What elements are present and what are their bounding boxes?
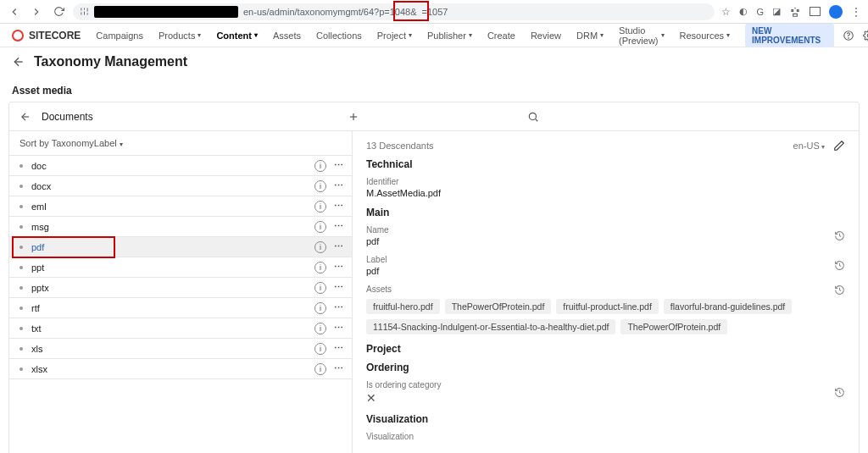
- chevron-down-icon: ▾: [600, 31, 604, 39]
- row-label: xls: [31, 344, 314, 354]
- taxonomy-row-rtf[interactable]: rtfi⋯: [9, 298, 352, 318]
- browser-forward[interactable]: [29, 4, 44, 19]
- asset-chip[interactable]: flavorful-brand-guidelines.pdf: [664, 299, 792, 314]
- extensions-icon[interactable]: [789, 6, 801, 18]
- ext-icon-2[interactable]: G: [756, 7, 764, 17]
- taxonomy-row-doc[interactable]: doci⋯: [9, 156, 352, 176]
- asset-chip[interactable]: fruitful-hero.pdf: [366, 299, 440, 314]
- browser-menu-icon[interactable]: ⋮: [851, 6, 861, 18]
- url-bar[interactable]: en-us/admin/taxonomymgmt/64?p=1048& =105…: [73, 3, 715, 20]
- info-icon[interactable]: i: [314, 262, 326, 273]
- ext-icon-1[interactable]: ◐: [739, 6, 748, 17]
- info-icon[interactable]: i: [314, 282, 326, 294]
- taxonomy-panel: Documents Sort by TaxonomyLabel ▾ doci⋯d…: [8, 102, 860, 453]
- more-icon[interactable]: ⋯: [331, 363, 347, 374]
- more-icon[interactable]: ⋯: [331, 160, 347, 171]
- panel-search-icon[interactable]: [523, 107, 543, 127]
- browser-actions: ☆ ◐ G ◪ ⋮: [721, 5, 861, 19]
- taxonomy-row-pptx[interactable]: pptxi⋯: [9, 278, 352, 298]
- info-icon[interactable]: i: [314, 363, 326, 375]
- chevron-down-icon: ▾: [469, 31, 472, 39]
- asset-chip[interactable]: ThePowerOfProtein.pdf: [445, 299, 552, 314]
- more-icon[interactable]: ⋯: [331, 221, 347, 232]
- nav-collections[interactable]: Collections: [316, 25, 362, 46]
- nav-review[interactable]: Review: [531, 25, 561, 46]
- nav-campaigns[interactable]: Campaigns: [96, 25, 143, 46]
- section-visualization: Visualization: [366, 413, 845, 425]
- more-icon[interactable]: ⋯: [331, 282, 347, 293]
- bullet-icon: [19, 164, 23, 168]
- bullet-icon: [19, 307, 23, 310]
- more-icon[interactable]: ⋯: [331, 201, 347, 212]
- info-icon[interactable]: i: [314, 302, 326, 314]
- history-icon[interactable]: [834, 260, 845, 271]
- profile-avatar-icon[interactable]: [829, 5, 843, 19]
- taxonomy-row-ppt[interactable]: ppti⋯: [9, 257, 352, 278]
- info-icon[interactable]: i: [314, 241, 326, 253]
- more-icon[interactable]: ⋯: [331, 323, 347, 334]
- taxonomy-row-xlsx[interactable]: xlsxi⋯: [9, 359, 352, 379]
- nav-create[interactable]: Create: [487, 25, 515, 46]
- info-icon[interactable]: i: [314, 180, 326, 192]
- topnav-menu: CampaignsProducts▾Content▾AssetsCollecti…: [96, 25, 730, 46]
- more-icon[interactable]: ⋯: [331, 302, 347, 313]
- brand-label: SITECORE: [29, 30, 81, 41]
- nav-resources[interactable]: Resources▾: [680, 25, 731, 46]
- taxonomy-row-pdf[interactable]: pdfi⋯: [9, 237, 352, 257]
- detail-column: 13 Descendants en-US ▾ Technical Identif…: [353, 131, 859, 453]
- nav-studiopreview[interactable]: Studio (Preview)▾: [619, 25, 664, 46]
- settings-icon[interactable]: [863, 29, 868, 42]
- new-improvements-badge[interactable]: NEW IMPROVEMENTS: [745, 24, 834, 47]
- more-icon[interactable]: ⋯: [331, 241, 347, 252]
- brand[interactable]: SITECORE: [12, 30, 81, 41]
- browser-reload[interactable]: [51, 4, 66, 19]
- nav-products[interactable]: Products▾: [159, 25, 201, 46]
- asset-chip[interactable]: ThePowerOfProtein.pdf: [620, 319, 727, 334]
- edit-icon[interactable]: [833, 140, 845, 152]
- taxonomy-row-eml[interactable]: emli⋯: [9, 196, 352, 217]
- info-icon[interactable]: i: [314, 323, 326, 334]
- taxonomy-row-xls[interactable]: xlsi⋯: [9, 339, 352, 359]
- section-label: Asset media: [0, 76, 868, 102]
- star-icon[interactable]: ☆: [721, 6, 731, 18]
- section-project: Project: [366, 343, 845, 355]
- info-icon[interactable]: i: [314, 343, 326, 355]
- more-icon[interactable]: ⋯: [331, 180, 347, 191]
- nav-project[interactable]: Project▾: [377, 25, 412, 46]
- more-icon[interactable]: ⋯: [331, 262, 347, 273]
- history-icon[interactable]: [834, 285, 845, 296]
- name-label: Name: [366, 225, 834, 235]
- taxonomy-row-msg[interactable]: msgi⋯: [9, 217, 352, 237]
- panel-back[interactable]: [19, 111, 31, 123]
- chevron-down-icon: ▾: [120, 141, 123, 148]
- info-icon[interactable]: i: [314, 201, 326, 213]
- nav-content[interactable]: Content▾: [216, 25, 258, 46]
- asset-chip[interactable]: fruitful-product-line.pdf: [556, 299, 658, 314]
- help-icon[interactable]: [843, 29, 854, 42]
- nav-publisher[interactable]: Publisher▾: [427, 25, 472, 46]
- bullet-icon: [19, 286, 23, 290]
- chevron-down-icon: ▾: [661, 31, 665, 39]
- page-back[interactable]: [12, 55, 25, 69]
- asset-chip[interactable]: 11154-Snacking-Indulgent-or-Essential-to…: [366, 319, 615, 334]
- nav-drm[interactable]: DRM▾: [576, 25, 604, 46]
- info-icon[interactable]: i: [314, 221, 326, 233]
- row-label: xlsx: [31, 364, 314, 374]
- language-selector[interactable]: en-US ▾: [793, 141, 825, 151]
- svg-point-11: [529, 113, 536, 119]
- sort-dropdown[interactable]: Sort by TaxonomyLabel ▾: [9, 131, 352, 156]
- chevron-down-icon: ▾: [198, 31, 201, 39]
- taxonomy-row-docx[interactable]: docxi⋯: [9, 176, 352, 196]
- brand-icon: [12, 30, 24, 41]
- taxonomy-row-txt[interactable]: txti⋯: [9, 318, 352, 339]
- browser-back[interactable]: [7, 4, 22, 19]
- panel-icon[interactable]: [810, 7, 821, 16]
- nav-assets[interactable]: Assets: [273, 25, 301, 46]
- panel-add-icon[interactable]: [343, 107, 364, 127]
- more-icon[interactable]: ⋯: [331, 343, 347, 354]
- history-icon[interactable]: [834, 230, 845, 241]
- history-icon[interactable]: [834, 387, 845, 398]
- ext-icon-3[interactable]: ◪: [772, 6, 781, 17]
- info-icon[interactable]: i: [314, 160, 326, 172]
- ordering-label: Is ordering category: [366, 380, 834, 389]
